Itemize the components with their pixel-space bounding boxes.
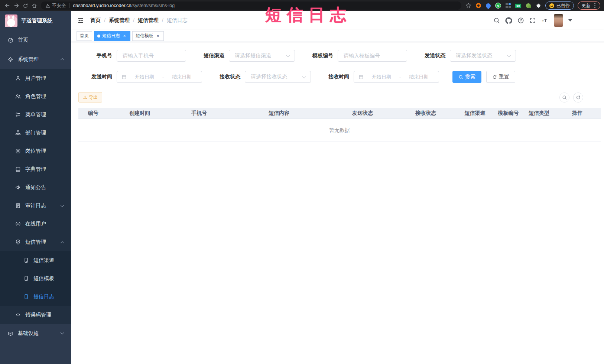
table-header: 编号 创建时间 手机号 短信内容 发送状态 接收状态 短信渠道 模板编号 短信类… bbox=[78, 108, 601, 119]
send-status-select[interactable]: 请选择发送状态 bbox=[450, 50, 516, 62]
tab-home[interactable]: 首页 bbox=[77, 31, 92, 41]
extension-drop-icon[interactable] bbox=[485, 3, 491, 9]
receive-status-select[interactable]: 请选择接收状态 bbox=[245, 71, 311, 83]
forward-icon[interactable] bbox=[12, 1, 21, 10]
breadcrumb-system[interactable]: 系统管理 bbox=[109, 17, 130, 24]
sidebar-item-menus[interactable]: 菜单管理 bbox=[0, 105, 71, 124]
sidebar-item-posts[interactable]: 岗位管理 bbox=[0, 142, 71, 160]
bookmark-star-icon[interactable] bbox=[465, 3, 471, 9]
sidebar-item-sms-template[interactable]: 短信模板 bbox=[0, 269, 71, 287]
profile-emoji-icon bbox=[549, 3, 554, 8]
sidebar-item-home[interactable]: 首页 bbox=[0, 30, 71, 50]
chevron-down-icon bbox=[507, 53, 511, 57]
help-icon[interactable] bbox=[517, 17, 524, 24]
close-icon[interactable] bbox=[155, 33, 160, 39]
book-icon bbox=[15, 166, 21, 172]
extension-flower-icon[interactable] bbox=[535, 3, 542, 9]
security-warning-icon[interactable] bbox=[45, 3, 50, 8]
channel-select[interactable]: 请选择短信渠道 bbox=[229, 50, 295, 62]
url-text[interactable]: dashboard.yudao.iocoder.cn/system/sms/sm… bbox=[73, 3, 175, 8]
sidebar-item-error-codes[interactable]: 错误码管理 bbox=[0, 306, 71, 324]
address-bar[interactable]: 不安全 dashboard.yudao.iocoder.cn/system/sm… bbox=[41, 1, 461, 10]
send-time-range[interactable]: 开始日期 - 结束日期 bbox=[117, 71, 202, 83]
reset-button[interactable]: 重置 bbox=[486, 71, 515, 83]
url-path: /system/sms/sms-log bbox=[131, 3, 175, 8]
header-bar: 首页 / 系统管理 / 短信管理 / 短信日志 bbox=[71, 11, 604, 30]
fullscreen-icon[interactable] bbox=[529, 17, 536, 24]
sidebar-item-system[interactable]: 系统管理 bbox=[0, 50, 71, 69]
content-area: 手机号 短信渠道 请选择短信渠道 模板编号 bbox=[71, 42, 604, 364]
phone-input[interactable] bbox=[118, 50, 185, 61]
sidebar-item-online-users[interactable]: 在线用户 bbox=[0, 215, 71, 233]
receive-time-range[interactable]: 开始日期 - 结束日期 bbox=[354, 71, 439, 83]
sms-log-table: 编号 创建时间 手机号 短信内容 发送状态 接收状态 短信渠道 模板编号 短信类… bbox=[78, 108, 601, 142]
profile-paused-pill[interactable]: 已暂停 bbox=[545, 1, 574, 10]
browser-chrome: 不安全 dashboard.yudao.iocoder.cn/system/sm… bbox=[0, 0, 604, 11]
filter-row-2: 发送时间 开始日期 - 结束日期 接收状态 请选择接收状态 bbox=[71, 71, 604, 83]
app-logo-row[interactable]: 芋道管理系统 bbox=[0, 11, 71, 30]
security-label[interactable]: 不安全 bbox=[52, 3, 66, 9]
calendar-icon bbox=[121, 74, 127, 79]
phone-icon bbox=[23, 257, 29, 263]
home-icon[interactable] bbox=[30, 1, 39, 10]
tab-sms-log[interactable]: 短信日志 bbox=[94, 31, 130, 41]
avatar[interactable] bbox=[554, 14, 563, 27]
search-button[interactable]: 搜索 bbox=[452, 71, 481, 83]
table-tools bbox=[559, 92, 583, 103]
github-icon[interactable] bbox=[505, 17, 512, 24]
extension-on-badge[interactable]: on bbox=[515, 3, 522, 8]
sidebar-item-departments[interactable]: 部门管理 bbox=[0, 124, 71, 142]
extension-grid-icon[interactable] bbox=[505, 3, 511, 9]
sidebar-item-audit-logs[interactable]: 审计日志 bbox=[0, 196, 71, 215]
empty-state: 暂无数据 bbox=[78, 119, 601, 142]
browser-menu-icon[interactable] bbox=[594, 2, 596, 9]
sidebar-item-roles[interactable]: 角色管理 bbox=[0, 87, 71, 105]
export-button[interactable]: 导出 bbox=[78, 92, 102, 103]
reload-icon[interactable] bbox=[21, 1, 30, 10]
chevron-down-icon[interactable] bbox=[568, 19, 572, 22]
phone-icon bbox=[23, 294, 29, 300]
user-icon bbox=[15, 75, 21, 81]
search-icon[interactable] bbox=[493, 17, 500, 24]
font-size-icon[interactable]: TT bbox=[541, 17, 549, 24]
sidebar-item-users[interactable]: 用户管理 bbox=[0, 69, 71, 87]
app-logo bbox=[5, 14, 17, 27]
extension-plant-icon[interactable] bbox=[525, 3, 532, 9]
tab-sms-template[interactable]: 短信模板 bbox=[132, 31, 164, 41]
org-tree-icon bbox=[15, 130, 21, 136]
sidebar-fold-icon[interactable] bbox=[77, 17, 84, 24]
main-area: 首页 / 系统管理 / 短信管理 / 短信日志 bbox=[71, 11, 604, 364]
toggle-search-button[interactable] bbox=[559, 92, 569, 103]
sidebar-item-dictionary[interactable]: 字典管理 bbox=[0, 160, 71, 178]
sidebar-item-infrastructure[interactable]: 基础设施 bbox=[0, 324, 71, 343]
sidebar-item-notices[interactable]: 通知公告 bbox=[0, 178, 71, 196]
refresh-button[interactable] bbox=[573, 92, 583, 103]
extension-orange-icon[interactable] bbox=[475, 3, 481, 9]
back-icon[interactable] bbox=[3, 1, 12, 10]
sidebar-item-sms-management[interactable]: 短信管理 bbox=[0, 233, 71, 251]
breadcrumb-sms-management[interactable]: 短信管理 bbox=[138, 17, 159, 24]
url-host: dashboard.yudao.iocoder.cn bbox=[73, 3, 131, 8]
browser-update-pill[interactable]: 更新 bbox=[578, 1, 600, 10]
chevron-down-icon bbox=[61, 204, 64, 207]
active-dot bbox=[97, 35, 100, 38]
template-input[interactable] bbox=[339, 50, 406, 61]
monitor-check-icon bbox=[7, 331, 13, 337]
table-toolbar: 导出 bbox=[71, 92, 604, 103]
chevron-down-icon bbox=[286, 53, 290, 57]
close-icon[interactable] bbox=[122, 33, 127, 39]
menu-list-icon bbox=[15, 112, 21, 118]
users-icon bbox=[15, 94, 21, 100]
chevron-down-icon bbox=[61, 331, 64, 335]
dashboard-icon bbox=[7, 37, 13, 43]
filter-receive-status: 接收状态 请选择接收状态 bbox=[214, 71, 311, 83]
breadcrumb-current: 短信日志 bbox=[167, 17, 188, 24]
sidebar-item-sms-log[interactable]: 短信日志 bbox=[0, 287, 71, 306]
extension-v-icon[interactable]: v bbox=[495, 3, 501, 9]
svg-text:T: T bbox=[542, 19, 544, 23]
calendar-icon bbox=[358, 74, 364, 79]
sidebar-item-sms-channel[interactable]: 短信渠道 bbox=[0, 251, 71, 269]
breadcrumb-home[interactable]: 首页 bbox=[90, 17, 101, 24]
paused-label: 已暂停 bbox=[556, 3, 570, 9]
filter-phone: 手机号 bbox=[86, 50, 186, 62]
